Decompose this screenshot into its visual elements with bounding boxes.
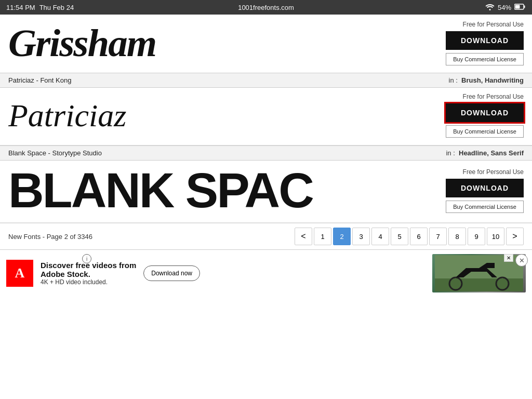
svg-rect-1	[524, 5, 525, 8]
blank-space-header-name: Blank Space - Storytype Studio	[8, 149, 102, 157]
ad-text: Discover free videos from Adobe Stock. 4…	[41, 261, 136, 286]
page-4-button[interactable]: 4	[371, 228, 389, 245]
patriciaz-download-button[interactable]: DOWNLOAD	[446, 103, 524, 122]
ad-x-badge[interactable]: ✕	[504, 254, 513, 262]
grissham-actions: Free for Personal Use DOWNLOAD Buy Comme…	[441, 21, 524, 65]
ad-content: A Discover free videos from Adobe Stock.…	[6, 260, 432, 287]
time-display: 11:54 PM	[6, 4, 35, 11]
status-bar: 11:54 PM Thu Feb 24 1001freefonts.com 54…	[0, 0, 532, 15]
patriciaz-text: Patriciaz	[8, 96, 441, 135]
page-2-button[interactable]: 2	[333, 228, 351, 245]
svg-rect-4	[435, 278, 523, 291]
pagination-label: New Fonts - Page 2 of 3346	[8, 233, 92, 241]
pagination-bar: New Fonts - Page 2 of 3346 < 1 2 3 4 5 6…	[0, 223, 532, 249]
page-8-button[interactable]: 8	[448, 228, 466, 245]
url-center: 1001freefonts.com	[238, 4, 294, 11]
patriciaz-license: Free for Personal Use	[463, 93, 524, 100]
blank-space-download-button[interactable]: DOWNLOAD	[446, 179, 524, 197]
patriciaz-actions: Free for Personal Use DOWNLOAD Buy Comme…	[441, 93, 524, 138]
patriciaz-preview-area: Patriciaz Free for Personal Use DOWNLOAD…	[0, 88, 532, 145]
grissham-download-button[interactable]: DOWNLOAD	[446, 31, 524, 50]
wifi-icon	[485, 3, 495, 12]
patriciaz-header-name: Patriciaz - Font Kong	[8, 76, 71, 84]
grissham-text: Grissham	[8, 21, 441, 65]
battery-display: 54%	[498, 4, 511, 11]
main-content: Grissham Free for Personal Use DOWNLOAD …	[0, 15, 532, 296]
blank-space-categories: in : Headline, Sans Serif	[446, 149, 524, 157]
blank-space-preview-area: BLANK SPAC Free for Personal Use DOWNLOA…	[0, 161, 532, 222]
page-7-button[interactable]: 7	[429, 228, 447, 245]
pagination-buttons: < 1 2 3 4 5 6 7 8 9 10 >	[295, 228, 524, 245]
status-left: 11:54 PM Thu Feb 24	[6, 4, 74, 11]
ad-subtext: 4K + HD video included.	[41, 278, 136, 286]
date-display: Thu Feb 24	[39, 4, 74, 11]
page-5-button[interactable]: 5	[391, 228, 408, 245]
ad-x-label: ✕	[507, 255, 511, 261]
page-10-button[interactable]: 10	[487, 228, 504, 245]
page-3-button[interactable]: 3	[352, 228, 370, 245]
patriciaz-card: Patriciaz - Font Kong in : Brush, Handwr…	[0, 73, 532, 145]
ad-info-icon[interactable]: i	[82, 254, 91, 263]
adobe-logo: A	[6, 260, 33, 287]
patriciaz-header: Patriciaz - Font Kong in : Brush, Handwr…	[0, 73, 532, 88]
blank-space-license: Free for Personal Use	[463, 168, 524, 176]
blank-space-header: Blank Space - Storytype Studio in : Head…	[0, 145, 532, 161]
battery-icon	[514, 4, 526, 11]
ad-banner: i A Discover free videos from Adobe Stoc…	[0, 249, 532, 296]
blank-space-preview: BLANK SPAC	[8, 166, 441, 215]
patriciaz-commercial-button[interactable]: Buy Commercial License	[446, 125, 524, 138]
patriciaz-categories: in : Brush, Handwriting	[449, 76, 524, 84]
page-6-button[interactable]: 6	[410, 228, 428, 245]
blank-space-text: BLANK SPAC	[8, 166, 441, 215]
ad-close-button[interactable]: ✕	[515, 254, 528, 267]
blank-space-commercial-button[interactable]: Buy Commercial License	[446, 201, 524, 213]
blank-space-actions: Free for Personal Use DOWNLOAD Buy Comme…	[441, 168, 524, 213]
next-page-button[interactable]: >	[506, 228, 524, 245]
patriciaz-preview: Patriciaz	[8, 96, 441, 135]
page-9-button[interactable]: 9	[468, 228, 485, 245]
page-1-button[interactable]: 1	[314, 228, 331, 245]
ad-brand: Adobe Stock.	[41, 270, 136, 278]
grissham-commercial-button[interactable]: Buy Commercial License	[446, 53, 524, 65]
svg-rect-2	[515, 5, 520, 8]
prev-page-button[interactable]: <	[295, 228, 312, 245]
grissham-preview: Grissham	[8, 21, 441, 65]
ad-download-now-button[interactable]: Download now	[143, 265, 200, 281]
grissham-license: Free for Personal Use	[463, 21, 524, 28]
status-right: 54%	[485, 3, 526, 12]
blank-space-card: Blank Space - Storytype Studio in : Head…	[0, 145, 532, 223]
grissham-card: Grissham Free for Personal Use DOWNLOAD …	[0, 15, 532, 73]
